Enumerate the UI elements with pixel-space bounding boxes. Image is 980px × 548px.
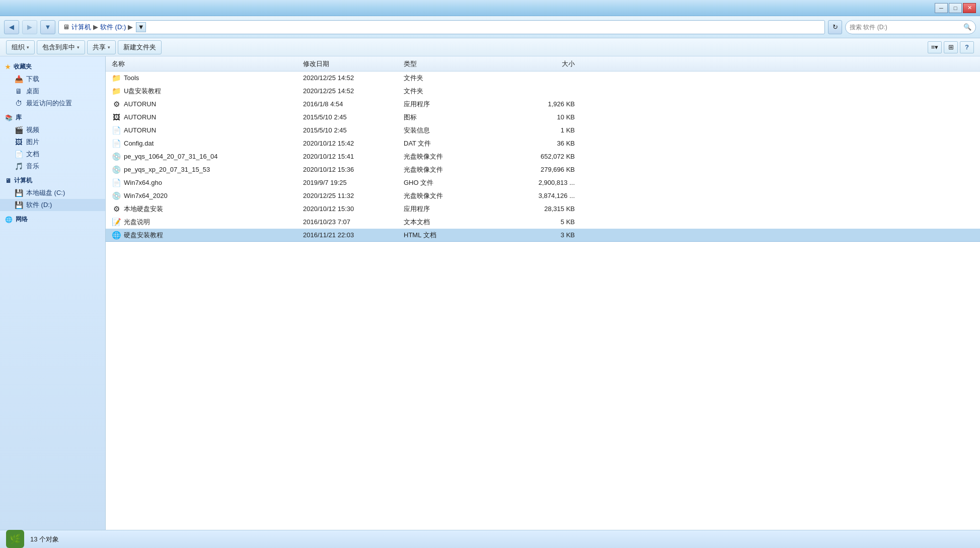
col-header-date[interactable]: 修改日期 (303, 59, 404, 68)
file-name-cell: 📁 Tools (112, 74, 303, 83)
file-size-cell: 652,072 KB (504, 153, 585, 160)
file-name-cell: 💿 pe_yqs_1064_20_07_31_16_04 (112, 152, 303, 161)
include-arrow: ▾ (77, 45, 80, 50)
file-date-cell: 2015/5/10 2:45 (303, 126, 404, 134)
file-type-cell: 文件夹 (404, 87, 504, 96)
table-row[interactable]: ⚙ 本地硬盘安装 2020/10/12 15:30 应用程序 28,315 KB (106, 202, 980, 216)
sidebar: ★ 收藏夹 📥 下载 🖥 桌面 ⏱ 最近访问的位置 📚 库 � (0, 56, 106, 530)
breadcrumb-drive[interactable]: 软件 (D:) (100, 23, 126, 32)
organize-button[interactable]: 组织 ▾ (6, 40, 35, 54)
refresh-button[interactable]: ↻ (828, 20, 842, 34)
help-button[interactable]: ? (960, 41, 974, 53)
forward-button[interactable]: ▶ (22, 20, 37, 34)
file-type-cell: 应用程序 (404, 204, 504, 214)
table-row[interactable]: 🖼 AUTORUN 2015/5/10 2:45 图标 10 KB (106, 111, 980, 124)
col-header-name[interactable]: 名称 (112, 59, 303, 68)
file-name-cell: 💿 pe_yqs_xp_20_07_31_15_53 (112, 165, 303, 174)
sidebar-network-header[interactable]: 🌐 网络 (0, 213, 105, 226)
file-type-cell: 应用程序 (404, 100, 504, 109)
share-button[interactable]: 共享 ▾ (87, 40, 116, 54)
sidebar-favorites-header[interactable]: ★ 收藏夹 (0, 60, 105, 73)
file-date-cell: 2016/1/8 4:54 (303, 100, 404, 108)
col-header-type[interactable]: 类型 (404, 59, 504, 68)
titlebar: ─ □ ✕ (0, 0, 980, 16)
organize-arrow: ▾ (27, 45, 29, 50)
recent-button[interactable]: ▼ (40, 20, 55, 34)
file-icon: 🖼 (112, 113, 121, 122)
sidebar-item-document[interactable]: 📄 文档 (0, 148, 105, 160)
file-type-cell: 光盘映像文件 (404, 165, 504, 174)
file-size-cell: 36 KB (504, 140, 585, 147)
file-type-cell: 文本文档 (404, 218, 504, 227)
table-row[interactable]: 💿 pe_yqs_1064_20_07_31_16_04 2020/10/12 … (106, 150, 980, 163)
minimize-button[interactable]: ─ (935, 3, 948, 13)
file-icon: 📄 (112, 178, 121, 187)
status-count: 13 个对象 (30, 535, 59, 544)
file-area: 名称 修改日期 类型 大小 📁 Tools 2020/12/25 14:52 文… (106, 56, 980, 530)
back-button[interactable]: ◀ (4, 20, 19, 34)
file-name-cell: 📁 U盘安装教程 (112, 87, 303, 96)
sidebar-item-cdrive[interactable]: 💾 本地磁盘 (C:) (0, 187, 105, 199)
table-row[interactable]: 💿 Win7x64_2020 2020/12/25 11:32 光盘映像文件 3… (106, 189, 980, 202)
column-headers: 名称 修改日期 类型 大小 (106, 56, 980, 72)
sidebar-library-header[interactable]: 📚 库 (0, 111, 105, 124)
col-header-size[interactable]: 大小 (504, 59, 585, 68)
file-type-cell: 光盘映像文件 (404, 152, 504, 161)
file-name-cell: 💿 Win7x64_2020 (112, 191, 303, 200)
table-row[interactable]: 📄 AUTORUN 2015/5/10 2:45 安装信息 1 KB (106, 124, 980, 137)
search-box[interactable]: 🔍 (845, 20, 976, 34)
table-row[interactable]: 📁 Tools 2020/12/25 14:52 文件夹 (106, 72, 980, 85)
view-button[interactable]: ≡ ▾ (928, 41, 942, 53)
file-size-cell: 279,696 KB (504, 166, 585, 173)
sidebar-item-download[interactable]: 📥 下载 (0, 73, 105, 85)
sidebar-section-computer: 🖥 计算机 💾 本地磁盘 (C:) 💾 软件 (D:) (0, 174, 105, 211)
new-folder-button[interactable]: 新建文件夹 (118, 40, 162, 54)
file-name-cell: ⚙ AUTORUN (112, 100, 303, 109)
search-input[interactable] (850, 24, 960, 31)
maximize-button[interactable]: □ (949, 3, 962, 13)
sidebar-computer-header[interactable]: 🖥 计算机 (0, 174, 105, 187)
sidebar-item-desktop[interactable]: 🖥 桌面 (0, 85, 105, 97)
file-date-cell: 2020/10/12 15:42 (303, 140, 404, 147)
table-row[interactable]: 📄 Config.dat 2020/10/12 15:42 DAT 文件 36 … (106, 137, 980, 150)
video-icon: 🎬 (14, 125, 23, 134)
breadcrumb-dropdown[interactable]: ▼ (136, 22, 146, 32)
sidebar-item-recent[interactable]: ⏱ 最近访问的位置 (0, 97, 105, 109)
file-icon: ⚙ (112, 204, 121, 214)
sidebar-item-ddrive[interactable]: 💾 软件 (D:) (0, 199, 105, 211)
file-name-cell: ⚙ 本地硬盘安装 (112, 204, 303, 214)
file-type-cell: HTML 文档 (404, 231, 504, 240)
table-row[interactable]: ⚙ AUTORUN 2016/1/8 4:54 应用程序 1,926 KB (106, 98, 980, 111)
file-icon: 📄 (112, 139, 121, 148)
toolbar-right: ≡ ▾ ⊞ ? (928, 41, 974, 53)
sidebar-item-picture[interactable]: 🖼 图片 (0, 136, 105, 148)
recent-icon: ⏱ (14, 99, 23, 108)
sidebar-item-music[interactable]: 🎵 音乐 (0, 160, 105, 172)
table-row[interactable]: 📁 U盘安装教程 2020/12/25 14:52 文件夹 (106, 85, 980, 98)
close-button[interactable]: ✕ (963, 3, 976, 13)
computer-header-icon: 🖥 (5, 177, 11, 184)
table-row[interactable]: 🌐 硬盘安装教程 2016/11/21 22:03 HTML 文档 3 KB (106, 229, 980, 242)
file-size-cell: 5 KB (504, 218, 585, 226)
file-name-cell: 🖼 AUTORUN (112, 113, 303, 122)
table-row[interactable]: 💿 pe_yqs_xp_20_07_31_15_53 2020/10/12 15… (106, 163, 980, 176)
breadcrumb-computer[interactable]: 计算机 (71, 23, 91, 32)
file-icon: ⚙ (112, 100, 121, 109)
sidebar-item-video[interactable]: 🎬 视频 (0, 124, 105, 136)
file-icon: 💿 (112, 152, 121, 161)
library-icon: 📚 (5, 114, 13, 121)
file-size-cell: 2,900,813 ... (504, 179, 585, 186)
file-name-cell: 📄 Win7x64.gho (112, 178, 303, 187)
file-size-cell: 1,926 KB (504, 100, 585, 108)
file-date-cell: 2015/5/10 2:45 (303, 113, 404, 121)
include-library-button[interactable]: 包含到库中 ▾ (37, 40, 85, 54)
view-toggle-button[interactable]: ⊞ (944, 41, 958, 53)
file-type-cell: DAT 文件 (404, 139, 504, 148)
table-row[interactable]: 📝 光盘说明 2016/10/23 7:07 文本文档 5 KB (106, 216, 980, 229)
statusbar: 🌿 13 个对象 (0, 530, 980, 548)
sidebar-section-network: 🌐 网络 (0, 213, 105, 226)
file-date-cell: 2020/12/25 14:52 (303, 87, 404, 95)
table-row[interactable]: 📄 Win7x64.gho 2019/9/7 19:25 GHO 文件 2,90… (106, 176, 980, 189)
file-date-cell: 2020/10/12 15:36 (303, 166, 404, 173)
file-icon: 💿 (112, 165, 121, 174)
